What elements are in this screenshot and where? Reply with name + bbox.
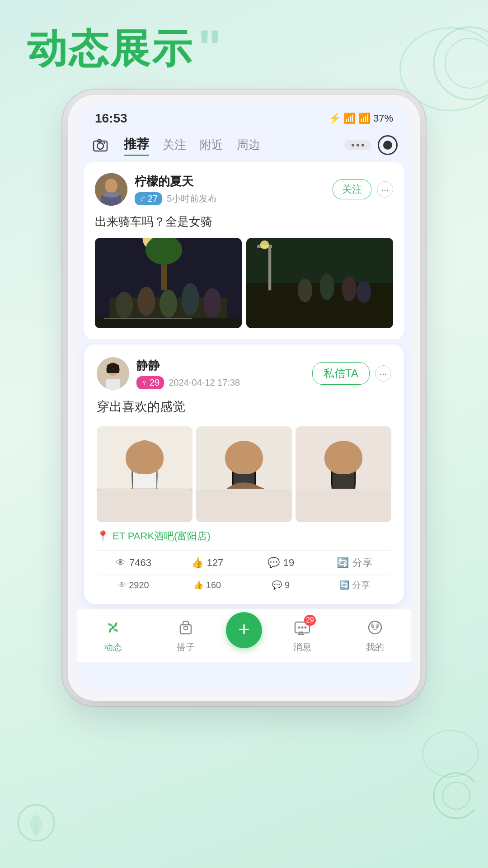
share-icon-1: 🔄 bbox=[337, 557, 349, 569]
view-icon-1: 👁 bbox=[116, 557, 126, 569]
dark-photo-1 bbox=[95, 238, 242, 328]
svg-point-39 bbox=[134, 440, 155, 465]
svg-point-13 bbox=[116, 292, 133, 319]
user-2-name: 静静 bbox=[136, 358, 312, 373]
svg-point-16 bbox=[182, 283, 199, 316]
user-2-gender-badge: ♀ 29 bbox=[136, 376, 164, 389]
svg-rect-52 bbox=[232, 492, 256, 510]
nav-item-profile[interactable]: 我的 bbox=[338, 617, 411, 653]
svg-point-17 bbox=[204, 288, 221, 317]
nav-label-match: 搭子 bbox=[177, 641, 195, 653]
avatar-image-1 bbox=[95, 173, 127, 206]
user-1-post-time: 5小时前发布 bbox=[167, 193, 217, 205]
svg-rect-45 bbox=[136, 509, 143, 522]
card-1-caption: 出来骑车吗？全是女骑 bbox=[95, 213, 393, 231]
stat-likes-1[interactable]: 👍 127 bbox=[170, 557, 244, 569]
status-icons: ⚡ 📶 📶 37% bbox=[328, 113, 393, 124]
dm-button[interactable]: 私信TA bbox=[312, 362, 370, 385]
tab-recommended[interactable]: 推荐 bbox=[124, 134, 149, 156]
comment-icon-2: 💬 bbox=[272, 580, 282, 590]
stat-comments-2[interactable]: 💬 9 bbox=[244, 580, 318, 590]
location-name: ET PARK酒吧(富阳店) bbox=[113, 529, 211, 543]
svg-rect-69 bbox=[298, 634, 304, 635]
svg-rect-49 bbox=[196, 491, 292, 500]
photo-plus-badge: 🖼 图 +1 bbox=[348, 503, 387, 518]
svg-rect-38 bbox=[97, 489, 192, 498]
tab-nearby[interactable]: 附近 bbox=[200, 135, 223, 155]
post-card-1: 柠檬的夏天 ♂ 27 5小时前发布 关注 bbox=[84, 162, 404, 339]
nav-item-add[interactable]: + bbox=[222, 621, 266, 648]
nav-more-area bbox=[344, 135, 398, 155]
feed-area: 柠檬的夏天 ♂ 27 5小时前发布 关注 bbox=[77, 162, 411, 609]
svg-rect-46 bbox=[146, 509, 153, 522]
page-header: 动态展示 " bbox=[0, 0, 488, 81]
photo-cell-3[interactable]: 🖼 图 +1 bbox=[296, 426, 391, 522]
svg-point-73 bbox=[369, 621, 381, 634]
phone-mockup: 16:53 ⚡ 📶 📶 37% 推荐 bbox=[68, 95, 420, 701]
dot-2 bbox=[357, 144, 359, 146]
user-1-age: 27 bbox=[148, 193, 158, 204]
nav-item-feed[interactable]: 动态 bbox=[77, 617, 150, 653]
add-button[interactable]: + bbox=[226, 612, 262, 648]
bag-icon bbox=[175, 617, 197, 638]
svg-point-15 bbox=[160, 290, 177, 318]
post-2-caption: 穿出喜欢的感觉 bbox=[97, 397, 391, 417]
svg-rect-41 bbox=[130, 489, 159, 510]
nav-label-feed: 动态 bbox=[104, 641, 122, 653]
phone-mockup-wrapper: 16:53 ⚡ 📶 📶 37% 推荐 bbox=[0, 95, 488, 701]
more-dots-1: ··· bbox=[381, 184, 389, 195]
svg-rect-59 bbox=[333, 466, 355, 493]
photo-cell-1[interactable] bbox=[97, 426, 192, 522]
svg-rect-37 bbox=[97, 493, 192, 522]
status-bar: 16:53 ⚡ 📶 📶 37% bbox=[77, 104, 411, 129]
bottom-nav: 动态 搭子 + bbox=[77, 609, 411, 662]
svg-point-5 bbox=[103, 142, 105, 144]
svg-rect-40 bbox=[133, 465, 157, 494]
like-count-2: 160 bbox=[206, 580, 221, 590]
stat-share-1[interactable]: 🔄 分享 bbox=[318, 556, 391, 570]
record-button[interactable] bbox=[378, 135, 398, 155]
svg-point-72 bbox=[304, 626, 306, 628]
stat-share-2[interactable]: 🔄 分享 bbox=[318, 579, 391, 591]
share-label-2: 分享 bbox=[352, 579, 370, 591]
camera-button[interactable] bbox=[90, 135, 110, 155]
svg-point-64 bbox=[112, 626, 114, 629]
svg-rect-66 bbox=[184, 627, 188, 629]
user-1-avatar[interactable] bbox=[95, 173, 127, 206]
nav-item-messages[interactable]: 29 消息 bbox=[266, 617, 338, 653]
night-photo-2 bbox=[246, 238, 393, 328]
svg-point-27 bbox=[320, 274, 335, 300]
gender-2-icon: ♀ bbox=[141, 377, 148, 388]
stat-likes-2[interactable]: 👍 160 bbox=[170, 580, 244, 590]
tab-around[interactable]: 周边 bbox=[237, 135, 260, 155]
post-card-2: 静静 ♀ 29 2024-04-12 17:38 私信TA bbox=[84, 344, 404, 604]
svg-rect-48 bbox=[196, 495, 292, 522]
follow-button-1[interactable]: 关注 bbox=[333, 179, 371, 199]
view-count-1: 7463 bbox=[129, 557, 151, 569]
nav-label-messages: 消息 bbox=[293, 641, 311, 653]
like-icon-2: 👍 bbox=[193, 580, 203, 590]
nav-item-match[interactable]: 搭子 bbox=[150, 617, 222, 653]
svg-rect-57 bbox=[296, 492, 391, 501]
location-row[interactable]: 📍 ET PARK酒吧(富阳店) bbox=[97, 529, 391, 543]
photo-cell-2[interactable] bbox=[196, 426, 292, 522]
card-1-actions: 关注 ··· bbox=[333, 179, 393, 199]
battery-level: 37% bbox=[373, 113, 393, 124]
card-1-photo-1[interactable] bbox=[95, 238, 242, 328]
view-icon-2: 👁 bbox=[118, 580, 126, 590]
more-options-button[interactable] bbox=[344, 140, 371, 150]
svg-point-78 bbox=[434, 773, 474, 818]
stat-comments-1[interactable]: 💬 19 bbox=[244, 557, 318, 569]
card-2-actions: 私信TA ··· bbox=[312, 362, 391, 385]
user-2-avatar[interactable] bbox=[97, 357, 129, 390]
image-icon-small: 🖼 bbox=[352, 505, 361, 515]
view-count-2: 2920 bbox=[129, 580, 149, 590]
more-button-2[interactable]: ··· bbox=[375, 365, 391, 382]
svg-point-3 bbox=[97, 143, 103, 149]
tab-following[interactable]: 关注 bbox=[163, 135, 186, 155]
svg-point-79 bbox=[443, 782, 470, 809]
card-1-photo-2[interactable] bbox=[246, 238, 393, 328]
share-icon-2: 🔄 bbox=[339, 580, 349, 590]
plus-count: 图 +1 bbox=[362, 505, 382, 516]
more-button-1[interactable]: ··· bbox=[377, 181, 393, 198]
